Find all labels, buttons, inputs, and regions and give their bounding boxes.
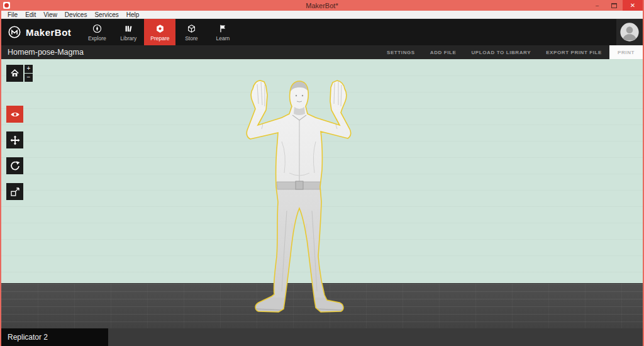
move-tool-button[interactable]	[6, 131, 23, 148]
minimize-button[interactable]: –	[589, 0, 606, 11]
tab-label: Library	[120, 35, 136, 42]
scale-tool-button[interactable]	[6, 183, 23, 200]
printer-selector[interactable]: Replicator 2	[1, 328, 108, 346]
zoom-out-button[interactable]: −	[25, 74, 33, 82]
tab-library[interactable]: Library	[113, 19, 144, 45]
user-account-button[interactable]	[616, 19, 643, 45]
menu-edit[interactable]: Edit	[21, 11, 40, 19]
tab-learn[interactable]: Learn	[207, 19, 238, 45]
file-name: Homem-pose-Magma	[8, 48, 84, 57]
rotate-icon	[9, 160, 21, 172]
maximize-icon	[611, 3, 617, 8]
app-icon	[3, 2, 10, 9]
books-icon	[123, 23, 134, 34]
hex-nut-icon	[155, 23, 165, 34]
makerbot-logo-icon	[8, 25, 21, 39]
viewport-tools: + −	[6, 65, 33, 209]
tab-explore[interactable]: Explore	[81, 19, 113, 45]
menu-services[interactable]: Services	[91, 11, 122, 19]
zoom-in-button[interactable]: +	[25, 65, 33, 73]
tab-label: Learn	[216, 35, 230, 42]
brand-name: MakerBot	[26, 27, 71, 38]
print-button[interactable]: PRINT	[609, 45, 643, 59]
home-icon	[9, 68, 20, 79]
main-toolbar: MakerBot Explore Library Prepare	[1, 19, 643, 45]
flag-icon	[218, 23, 228, 34]
user-avatar-icon	[619, 22, 640, 42]
add-file-button[interactable]: ADD FILE	[423, 45, 464, 59]
3d-viewport[interactable]: + −	[1, 59, 643, 328]
eye-icon	[9, 109, 21, 120]
home-view-button[interactable]	[6, 65, 23, 82]
rotate-tool-button[interactable]	[6, 157, 23, 174]
scale-icon	[9, 186, 21, 198]
tab-label: Store	[185, 35, 197, 42]
document-header: Homem-pose-Magma SETTINGS ADD FILE UPLOA…	[1, 45, 643, 59]
tab-label: Prepare	[150, 35, 169, 42]
settings-button[interactable]: SETTINGS	[379, 45, 423, 59]
cube-icon	[186, 23, 197, 34]
menu-devices[interactable]: Devices	[61, 11, 91, 19]
compass-icon	[92, 23, 103, 34]
app-window: MakerBot* – ✕ File Edit View Devices Ser…	[0, 0, 644, 346]
statusbar: Replicator 2	[1, 328, 643, 346]
titlebar: MakerBot* – ✕	[1, 0, 643, 11]
upload-to-library-button[interactable]: UPLOAD TO LIBRARY	[464, 45, 538, 59]
export-print-file-button[interactable]: EXPORT PRINT FILE	[538, 45, 609, 59]
view-tool-button[interactable]	[6, 106, 23, 123]
menubar: File Edit View Devices Services Help	[1, 11, 643, 19]
close-button[interactable]: ✕	[623, 0, 643, 11]
menu-help[interactable]: Help	[123, 11, 143, 19]
tab-label: Explore	[88, 35, 106, 42]
move-arrows-icon	[9, 135, 21, 146]
makerbot-logo: MakerBot	[1, 19, 81, 45]
menu-file[interactable]: File	[4, 11, 21, 19]
window-title: MakerBot*	[1, 2, 643, 9]
tab-prepare[interactable]: Prepare	[144, 19, 175, 45]
maximize-button[interactable]	[606, 0, 623, 11]
tab-store[interactable]: Store	[175, 19, 207, 45]
menu-view[interactable]: View	[40, 11, 61, 19]
model-homem-pose[interactable]	[245, 79, 352, 318]
